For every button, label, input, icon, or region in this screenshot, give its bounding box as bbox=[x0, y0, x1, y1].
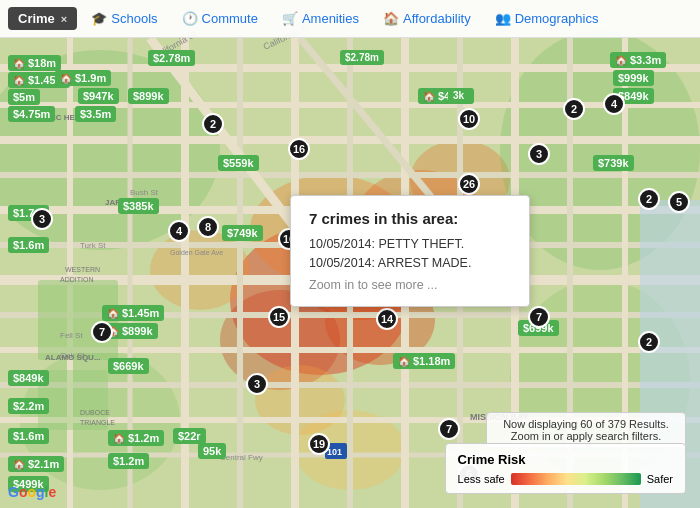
price-label[interactable]: 95k bbox=[198, 443, 226, 459]
price-label[interactable]: $4.75m bbox=[8, 106, 55, 122]
schools-tab-label: Schools bbox=[111, 11, 157, 26]
price-label[interactable]: 🏠$18m bbox=[8, 55, 61, 71]
svg-text:Bush St: Bush St bbox=[130, 188, 159, 197]
crime-count-circle[interactable]: 4 bbox=[168, 220, 190, 242]
google-logo: Google bbox=[8, 484, 56, 500]
amenities-icon: 🛒 bbox=[282, 11, 298, 26]
schools-tab[interactable]: 🎓 Schools bbox=[81, 7, 167, 30]
popup-title: 7 crimes in this area: bbox=[309, 210, 511, 227]
price-label[interactable]: $899k bbox=[128, 88, 169, 104]
crime-count-circle[interactable]: 5 bbox=[668, 191, 690, 213]
svg-text:WESTERN: WESTERN bbox=[65, 266, 100, 273]
results-text: Now displaying 60 of 379 Results. Zoom i… bbox=[503, 418, 669, 442]
close-icon[interactable]: × bbox=[61, 13, 67, 25]
affordability-tab[interactable]: 🏠 Affordability bbox=[373, 7, 481, 30]
price-label[interactable]: $849k bbox=[8, 370, 49, 386]
svg-text:ADDITION: ADDITION bbox=[60, 276, 93, 283]
commute-tab-label: Commute bbox=[202, 11, 258, 26]
price-label[interactable]: 🏠$1.2m bbox=[108, 430, 164, 446]
price-label[interactable]: $3.5m bbox=[75, 106, 116, 122]
svg-text:DUBOCE: DUBOCE bbox=[80, 409, 110, 416]
svg-text:Fell St: Fell St bbox=[60, 331, 83, 340]
legend-safer: Safer bbox=[647, 473, 673, 485]
map-container: California St California St Geary Blvd B… bbox=[0, 0, 700, 508]
crime-count-circle[interactable]: 16 bbox=[288, 138, 310, 160]
crime-tab[interactable]: Crime × bbox=[8, 7, 77, 30]
crime-count-circle[interactable]: 7 bbox=[438, 418, 460, 440]
crime-count-circle[interactable]: 14 bbox=[376, 308, 398, 330]
legend-gradient bbox=[511, 473, 641, 485]
crime-count-circle[interactable]: 3 bbox=[246, 373, 268, 395]
price-label[interactable]: $5m bbox=[8, 89, 40, 105]
crime-count-circle[interactable]: 15 bbox=[268, 306, 290, 328]
affordability-icon: 🏠 bbox=[383, 11, 399, 26]
crime-count-circle[interactable]: 3 bbox=[528, 143, 550, 165]
legend-title: Crime Risk bbox=[458, 452, 673, 467]
schools-icon: 🎓 bbox=[91, 11, 107, 26]
demographics-tab-label: Demographics bbox=[515, 11, 599, 26]
commute-icon: 🕐 bbox=[182, 11, 198, 26]
price-label[interactable]: $22r bbox=[173, 428, 206, 444]
amenities-tab-label: Amenities bbox=[302, 11, 359, 26]
price-label[interactable]: 🏠$3.3m bbox=[610, 52, 666, 68]
price-label[interactable]: $559k bbox=[218, 155, 259, 171]
price-label[interactable]: $1.6m bbox=[8, 237, 49, 253]
demographics-tab[interactable]: 👥 Demographics bbox=[485, 7, 609, 30]
svg-text:ALAMO SQU...: ALAMO SQU... bbox=[45, 353, 101, 362]
crime-count-circle[interactable]: 7 bbox=[528, 306, 550, 328]
price-label[interactable]: $739k bbox=[593, 155, 634, 171]
svg-text:101: 101 bbox=[327, 447, 342, 457]
crime-entry-1: 10/05/2014: PETTY THEFT. bbox=[309, 237, 511, 251]
price-label[interactable]: $1.2m bbox=[108, 453, 149, 469]
crime-count-circle[interactable]: 3 bbox=[31, 208, 53, 230]
price-label[interactable]: $749k bbox=[222, 225, 263, 241]
crime-count-circle[interactable]: 2 bbox=[638, 331, 660, 353]
price-label[interactable]: $2.78m bbox=[148, 50, 195, 66]
svg-text:Turk St: Turk St bbox=[80, 241, 106, 250]
top-nav: Crime × 🎓 Schools 🕐 Commute 🛒 Amenities … bbox=[0, 0, 700, 38]
crime-count-circle[interactable]: 2 bbox=[563, 98, 585, 120]
price-label[interactable]: $947k bbox=[78, 88, 119, 104]
price-label[interactable]: 🏠$2.1m bbox=[8, 456, 64, 472]
affordability-tab-label: Affordability bbox=[403, 11, 471, 26]
crime-count-circle[interactable]: 2 bbox=[202, 113, 224, 135]
demographics-icon: 👥 bbox=[495, 11, 511, 26]
price-label[interactable]: $669k bbox=[108, 358, 149, 374]
crime-popup: 7 crimes in this area: 10/05/2014: PETTY… bbox=[290, 195, 530, 307]
price-label[interactable]: 🏠$1.18m bbox=[393, 353, 455, 369]
legend-less-safe: Less safe bbox=[458, 473, 505, 485]
crime-legend: Crime Risk Less safe Safer bbox=[445, 443, 686, 494]
svg-text:Golden Gate Ave: Golden Gate Ave bbox=[170, 249, 223, 256]
price-label[interactable]: $385k bbox=[118, 198, 159, 214]
svg-text:TRIANGLE: TRIANGLE bbox=[80, 419, 115, 426]
crime-entry-2: 10/05/2014: ARREST MADE. bbox=[309, 256, 511, 270]
amenities-tab[interactable]: 🛒 Amenities bbox=[272, 7, 369, 30]
price-label[interactable]: 3k bbox=[448, 88, 469, 103]
price-label[interactable]: $2.78m bbox=[340, 50, 384, 65]
price-label[interactable]: $999k bbox=[613, 70, 654, 86]
price-label[interactable]: 🏠$1.45m bbox=[102, 305, 164, 321]
price-label[interactable]: 🏠$1.9m bbox=[55, 70, 111, 86]
crime-count-circle[interactable]: 4 bbox=[603, 93, 625, 115]
zoom-link[interactable]: Zoom in to see more ... bbox=[309, 278, 511, 292]
crime-count-circle[interactable]: 26 bbox=[458, 173, 480, 195]
crime-count-circle[interactable]: 10 bbox=[458, 108, 480, 130]
crime-count-circle[interactable]: 8 bbox=[197, 216, 219, 238]
crime-count-circle[interactable]: 19 bbox=[308, 433, 330, 455]
crime-count-circle[interactable]: 7 bbox=[91, 321, 113, 343]
crime-count-circle[interactable]: 2 bbox=[638, 188, 660, 210]
price-label[interactable]: $1.6m bbox=[8, 428, 49, 444]
crime-tab-label: Crime bbox=[18, 11, 55, 26]
svg-text:Central Fwy: Central Fwy bbox=[220, 453, 263, 462]
price-label[interactable]: $2.2m bbox=[8, 398, 49, 414]
commute-tab[interactable]: 🕐 Commute bbox=[172, 7, 268, 30]
